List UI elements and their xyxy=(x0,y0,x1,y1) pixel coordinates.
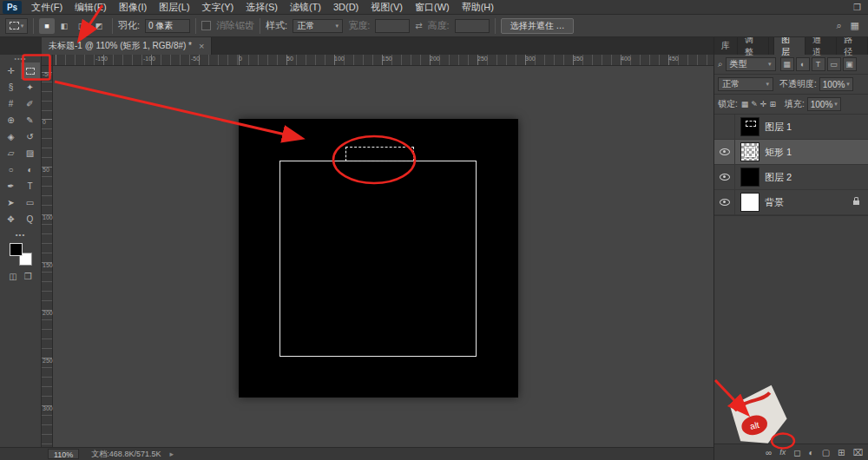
menu-item[interactable]: 3D(D) xyxy=(327,0,365,15)
blend-mode-dropdown[interactable]: 正常 ▾ xyxy=(718,77,773,91)
spot-healing-brush-tool[interactable]: ⊕ xyxy=(2,112,21,128)
lock-transparent-icon[interactable]: ▦ xyxy=(740,100,750,108)
feather-input[interactable] xyxy=(145,19,190,33)
quick-selection-tool[interactable]: ✦ xyxy=(21,79,40,95)
lock-artboard-icon[interactable]: ⊞ xyxy=(768,100,777,108)
intersect-selection-icon[interactable]: ◩ xyxy=(91,18,107,34)
adjustment-layer-icon[interactable]: ◐ xyxy=(809,448,814,457)
lock-pixels-icon[interactable]: ✎ xyxy=(750,100,759,108)
visibility-toggle[interactable] xyxy=(714,115,735,139)
app-frame-icon[interactable]: ❐ xyxy=(853,3,861,12)
clone-stamp-tool[interactable]: ◈ xyxy=(2,128,21,145)
menu-item[interactable]: 编辑(E) xyxy=(69,0,113,15)
filter-pixel-icon[interactable]: ▦ xyxy=(780,57,794,71)
canvas-workspace[interactable]: -150-100-50050100150200250300350400450 -… xyxy=(42,55,713,447)
visibility-toggle[interactable] xyxy=(714,190,735,214)
crop-tool[interactable]: # xyxy=(2,95,21,112)
layer-thumbnail[interactable] xyxy=(740,168,760,187)
eyedropper-tool[interactable]: ✐ xyxy=(21,95,40,112)
height-input[interactable] xyxy=(455,19,490,33)
opacity-dropdown[interactable]: 100% ▾ xyxy=(819,77,853,91)
search-icon[interactable]: ⌕ xyxy=(836,20,841,31)
history-brush-tool[interactable]: ↺ xyxy=(21,128,40,145)
foreground-color-swatch[interactable] xyxy=(10,243,23,256)
filter-adjustment-icon[interactable]: ◐ xyxy=(796,57,810,71)
visibility-toggle[interactable] xyxy=(714,165,735,189)
pen-tool[interactable]: ✒ xyxy=(2,178,21,194)
swap-dimensions-icon[interactable]: ⇄ xyxy=(415,21,422,30)
ruler-label: 400 xyxy=(621,56,631,62)
zoom-tool[interactable]: Q xyxy=(21,211,40,227)
rectangular-marquee-tool[interactable] xyxy=(21,62,40,79)
layer-filter-dropdown[interactable]: 类型 ▾ xyxy=(726,57,776,71)
quick-mask-icon[interactable]: ◫ xyxy=(9,272,16,281)
add-selection-icon[interactable]: ◧ xyxy=(56,18,72,34)
layer-row[interactable]: 图层 2 xyxy=(714,165,868,190)
panel-tab-通道[interactable]: 通道 xyxy=(806,37,837,55)
toolbar-grip[interactable]: •••• xyxy=(15,55,27,62)
filter-smart-icon[interactable]: ▣ xyxy=(843,57,857,71)
style-dropdown[interactable]: 正常 ▾ xyxy=(293,19,343,33)
toolbar-bottom-icons: ◫❐ xyxy=(9,272,31,281)
gradient-tool[interactable]: ▨ xyxy=(21,145,40,161)
screen-mode-icon[interactable]: ❐ xyxy=(24,272,32,281)
panel-tab-路径[interactable]: 路径 xyxy=(837,37,868,55)
layer-row[interactable]: 背景 xyxy=(714,190,868,215)
new-selection-icon[interactable]: ■ xyxy=(39,18,55,34)
move-tool[interactable]: ✛ xyxy=(2,62,21,79)
filter-search-icon[interactable]: ⌕ xyxy=(718,59,723,69)
delete-layer-icon[interactable]: ⌧ xyxy=(852,448,863,457)
select-and-mask-button[interactable]: 选择并遮住 … xyxy=(501,18,575,34)
lock-position-icon[interactable]: ✛ xyxy=(760,100,768,108)
panel-tab-图层[interactable]: 图层 xyxy=(773,37,806,55)
dodge-tool[interactable]: ◐ xyxy=(21,161,40,178)
path-selection-tool[interactable]: ➤ xyxy=(2,194,21,211)
menu-item[interactable]: 图像(I) xyxy=(113,0,153,15)
menu-item[interactable]: 帮助(H) xyxy=(456,0,500,15)
document-canvas[interactable] xyxy=(239,119,518,398)
subtract-selection-icon[interactable]: ◨ xyxy=(74,18,89,34)
layer-thumbnail[interactable] xyxy=(740,142,760,161)
marquee-selection[interactable] xyxy=(345,147,414,161)
layer-row[interactable]: 矩形 1 xyxy=(714,140,868,165)
opacity-value: 100% xyxy=(823,80,845,89)
menu-item[interactable]: 文件(F) xyxy=(25,0,69,15)
panel-tab-调整[interactable]: 调整 xyxy=(738,37,769,55)
document-tab[interactable]: 未标题-1 @ 110% (矩形 1, RGB/8#) * × xyxy=(42,37,212,55)
layer-thumbnail[interactable] xyxy=(740,193,760,212)
width-input[interactable] xyxy=(375,19,410,33)
shape-tool[interactable]: ▭ xyxy=(21,194,40,211)
type-tool[interactable]: T xyxy=(21,178,40,194)
layer-mask-icon[interactable]: ◻ xyxy=(793,448,800,457)
layer-thumbnail[interactable] xyxy=(740,117,760,136)
menu-item[interactable]: 文字(Y) xyxy=(196,0,240,15)
ruler-label: 300 xyxy=(525,56,536,62)
layer-row[interactable]: 图层 1 xyxy=(714,115,868,140)
menu-item[interactable]: 视图(V) xyxy=(365,0,409,15)
close-icon[interactable]: × xyxy=(199,41,204,51)
menu-item[interactable]: 滤镜(T) xyxy=(284,0,327,15)
brush-tool[interactable]: ✎ xyxy=(21,112,40,128)
layer-group-icon[interactable]: ▢ xyxy=(822,448,830,457)
fill-dropdown[interactable]: 100% ▾ xyxy=(807,97,841,111)
workspace-switcher-icon[interactable]: ▦ xyxy=(851,20,859,31)
visibility-toggle[interactable] xyxy=(714,140,735,164)
blur-tool[interactable]: ○ xyxy=(2,161,21,178)
more-tools-icon[interactable]: ••• xyxy=(16,231,25,239)
antialias-checkbox[interactable] xyxy=(201,21,211,30)
tool-preset-picker[interactable]: ▾ xyxy=(5,18,28,34)
link-layers-icon[interactable]: ∞ xyxy=(766,448,772,457)
filter-type-icon[interactable]: T xyxy=(812,57,825,71)
lasso-tool[interactable]: § xyxy=(2,79,21,95)
menu-item[interactable]: 窗口(W) xyxy=(409,0,456,15)
hand-tool[interactable]: ✥ xyxy=(2,211,21,227)
new-layer-icon[interactable]: ⊞ xyxy=(838,448,845,457)
layer-style-icon[interactable]: fx xyxy=(779,448,786,457)
panel-tab-库[interactable]: 库 xyxy=(714,37,738,55)
filter-shape-icon[interactable]: ▭ xyxy=(827,57,841,71)
menu-item[interactable]: 选择(S) xyxy=(240,0,284,15)
status-menu-arrow-icon[interactable]: ▸ xyxy=(169,450,174,458)
zoom-level-field[interactable]: 110% xyxy=(48,449,79,459)
menu-item[interactable]: 图层(L) xyxy=(153,0,195,15)
eraser-tool[interactable]: ▱ xyxy=(2,145,21,161)
